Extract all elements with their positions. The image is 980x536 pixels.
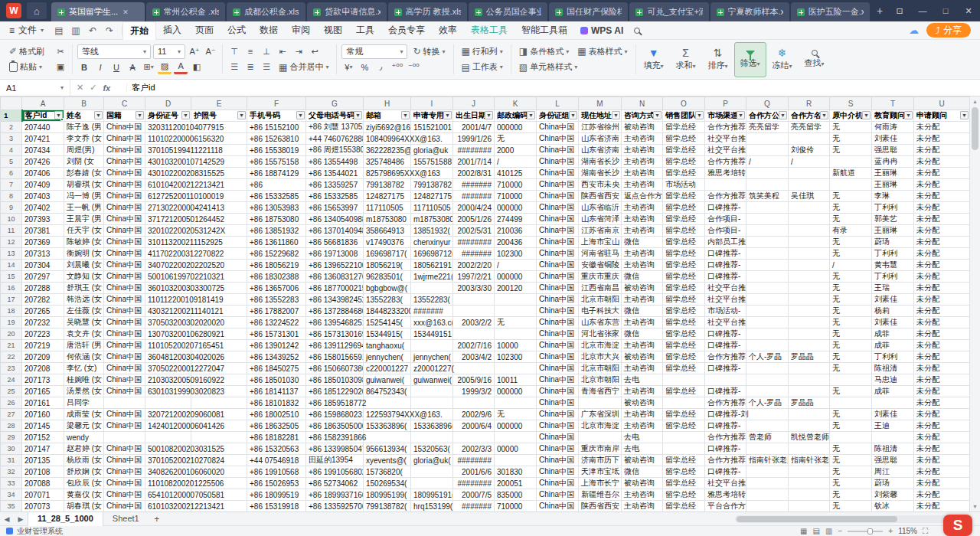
cell[interactable]: gloria@uk( — [411, 455, 453, 466]
cell[interactable]: 王丽琳 — [872, 225, 914, 237]
cell[interactable]: 合作项目- — [705, 225, 746, 237]
cell[interactable]: 207304 — [22, 260, 64, 271]
cell[interactable]: 430321200211140121 — [145, 306, 191, 317]
cell[interactable] — [411, 283, 453, 294]
cell[interactable]: China中国 — [537, 501, 579, 512]
cell[interactable]: 返点合作方 — [622, 191, 663, 202]
confirm-entry-icon[interactable]: ✓ — [90, 83, 96, 93]
row-header-2[interactable]: 2 — [1, 122, 22, 133]
document-tab[interactable]: 宁夏教师样本.xlsx — [710, 2, 789, 21]
cell[interactable]: +86 15229682 — [247, 248, 306, 260]
cell[interactable]: 主动咨询 — [622, 260, 663, 271]
cell[interactable]: 864752343( — [364, 386, 411, 397]
sheet-nav-left-icon[interactable]: ◀ — [0, 515, 14, 523]
cell[interactable]: 207297 — [22, 271, 64, 283]
cell[interactable]: 13851932( — [411, 225, 453, 237]
cell[interactable]: China中国 — [537, 455, 579, 466]
cell[interactable]: 刘紫馨 — [872, 489, 914, 501]
cell[interactable]: 何雨涛 — [872, 122, 914, 133]
cell[interactable]: 刘晨曦 (女 — [64, 260, 104, 271]
cell[interactable] — [746, 179, 789, 191]
maximize-button[interactable]: □ — [934, 0, 957, 21]
cell[interactable]: China中国 — [537, 260, 579, 271]
cell[interactable]: 未分配 — [914, 409, 970, 420]
cell[interactable]: 留学总经 — [663, 237, 705, 248]
filter-dropdown-icon[interactable]: ▼ — [443, 111, 452, 119]
row-header-30[interactable]: 30 — [1, 443, 22, 455]
cell[interactable]: 胡睿琪 (女 — [64, 179, 104, 191]
filter-dropdown-icon[interactable]: ▼ — [296, 111, 305, 119]
cell[interactable]: 山东省东营 — [579, 317, 622, 328]
cell[interactable] — [453, 363, 495, 374]
row-header-21[interactable]: 21 — [1, 340, 22, 351]
cell[interactable]: China中国 — [104, 214, 145, 225]
cell[interactable]: 未分配 — [914, 283, 970, 294]
cell[interactable]: 合作方推荐 — [705, 455, 746, 466]
cell[interactable]: 留学总经 — [663, 225, 705, 237]
cell[interactable]: 凯悦曾老师 — [789, 432, 830, 443]
cell[interactable]: wendy — [64, 432, 104, 443]
cell[interactable]: 320311200104077915 — [145, 122, 191, 133]
cell[interactable]: China中国 — [104, 409, 145, 420]
column-header-N[interactable]: N — [622, 97, 663, 110]
cell[interactable]: 社交平台推 — [705, 145, 746, 156]
cell[interactable]: 吕同学 — [64, 397, 104, 409]
cell[interactable]: China中国 — [537, 271, 579, 283]
cell[interactable]: +86 1340540988 — [306, 214, 364, 225]
cell[interactable] — [705, 374, 746, 386]
cell[interactable] — [746, 248, 789, 260]
cell[interactable] — [746, 271, 789, 283]
cell[interactable]: +86 1335925706 — [306, 501, 364, 512]
column-header-L[interactable]: L — [537, 97, 579, 110]
column-header-D[interactable]: D — [145, 97, 191, 110]
cell[interactable]: 李忆 (女) — [64, 363, 104, 374]
document-tab[interactable]: 高学历 教授.xlsx — [388, 2, 467, 21]
filter-button[interactable]: 筛选▾ — [734, 42, 766, 77]
cell[interactable]: China中国 — [537, 248, 579, 260]
cell[interactable] — [789, 214, 830, 225]
cell[interactable]: China中国 — [537, 478, 579, 489]
cell[interactable]: 蔚玚 — [872, 237, 914, 248]
cell[interactable]: 王迪 — [872, 420, 914, 432]
cell[interactable]: 唐浩轩 (男 — [64, 340, 104, 351]
cell[interactable] — [789, 443, 830, 455]
cell[interactable] — [191, 397, 247, 409]
cell[interactable]: 王一帆 (男 — [64, 202, 104, 214]
cell[interactable]: m18753080 — [364, 214, 411, 225]
column-header-C[interactable]: C — [104, 97, 145, 110]
cell[interactable]: 未分配 — [914, 478, 970, 489]
cell[interactable]: 广东省深圳 — [579, 409, 622, 420]
cell[interactable]: 刘阴 (女 — [64, 156, 104, 168]
cell[interactable]: 北京市大兴 — [579, 351, 622, 363]
cell[interactable]: 362228235@ — [364, 145, 411, 156]
cell[interactable]: / — [789, 156, 830, 168]
cell[interactable]: China中国 — [537, 306, 579, 317]
cell[interactable]: +86 56681836 — [306, 237, 364, 248]
cell[interactable]: 口碑推荐- — [705, 202, 746, 214]
cell[interactable]: 10011 — [495, 374, 537, 386]
cell[interactable]: 未分配 — [914, 202, 970, 214]
cell[interactable]: 社交平台推 — [705, 133, 746, 145]
cell[interactable]: China中国 — [537, 409, 579, 420]
cell[interactable]: China中国 — [104, 145, 145, 156]
cell[interactable]: +86 13224522 — [247, 317, 306, 328]
cell[interactable]: / — [746, 156, 789, 168]
cell[interactable]: +86 1360831276 — [306, 271, 364, 283]
italic-button[interactable]: I — [93, 60, 107, 74]
save-icon[interactable]: ▤ — [51, 25, 67, 36]
cell[interactable]: 微信 — [622, 237, 663, 248]
cell[interactable]: 留学总经 — [663, 409, 705, 420]
column-header-I[interactable]: I — [411, 97, 453, 110]
align-bottom-icon[interactable]: ⊥ — [260, 44, 273, 58]
cell[interactable] — [746, 225, 789, 237]
zoom-level[interactable]: 115% — [898, 527, 917, 535]
cell[interactable]: 口碑推荐- — [705, 260, 746, 271]
cell[interactable]: 207434 — [22, 145, 64, 156]
cell[interactable]: +86 1506607386 — [306, 363, 364, 374]
rows-columns-button[interactable]: ▦行和列▾ — [459, 45, 506, 58]
cell[interactable]: 主动咨询 — [622, 317, 663, 328]
cell[interactable]: 成雨莹 (女 — [64, 409, 104, 420]
cell[interactable] — [579, 432, 622, 443]
cell[interactable]: 32010220020531242X — [145, 225, 191, 237]
zoom-out-icon[interactable]: − — [838, 527, 842, 535]
